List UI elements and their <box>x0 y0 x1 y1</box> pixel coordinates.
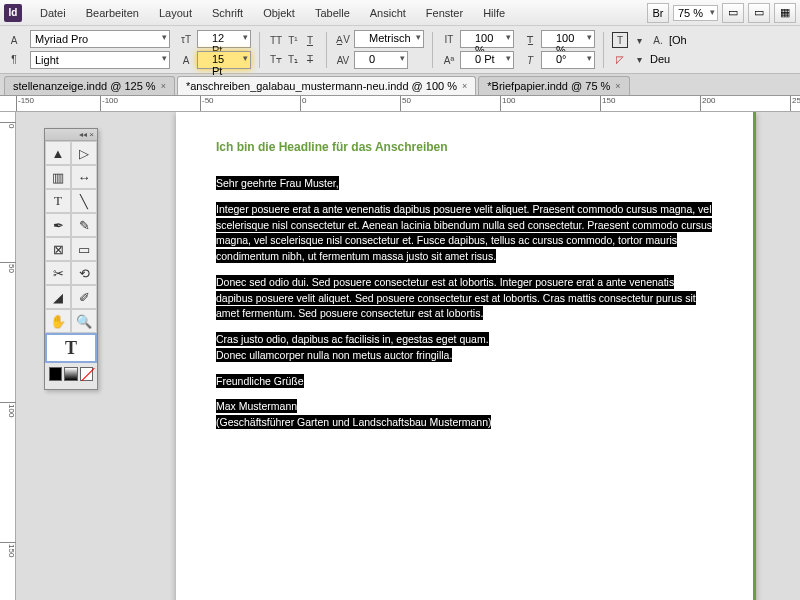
separator <box>432 32 433 68</box>
tab-briefpapier[interactable]: *Briefpapier.indd @ 75 %× <box>478 76 629 95</box>
arrange-icon[interactable]: ▦ <box>774 3 796 23</box>
ruler-tick: 50 <box>0 262 16 273</box>
signature-role[interactable]: (Geschäftsführer Garten und Landschaftsb… <box>216 415 491 429</box>
font-style-select[interactable]: Light <box>30 51 170 69</box>
tab-label: *anschreiben_galabau_mustermann-neu.indd… <box>186 80 457 92</box>
closing[interactable]: Freundliche Grüße <box>216 374 304 388</box>
vscale-icon: IT <box>441 31 457 47</box>
swatch-none[interactable] <box>80 367 93 381</box>
hscale-icon: T̲ <box>522 31 538 47</box>
view-mode-icon[interactable]: ▭ <box>722 3 744 23</box>
document-tabs: stellenanzeige.indd @ 125 %× *anschreibe… <box>0 74 800 96</box>
menu-schrift[interactable]: Schrift <box>202 4 253 22</box>
ruler-horizontal[interactable]: -150 -100 -50 0 50 100 150 200 250 <box>0 96 800 112</box>
menu-datei[interactable]: Datei <box>30 4 76 22</box>
superscript-icon[interactable]: T¹ <box>285 32 301 48</box>
fill-stroke-indicator[interactable]: T <box>45 333 97 363</box>
selection-tool[interactable]: ▲ <box>45 141 71 165</box>
swatch-black[interactable] <box>49 367 62 381</box>
line-tool[interactable]: ╲ <box>71 189 97 213</box>
para-mode-icon[interactable]: ¶ <box>6 51 22 67</box>
paragraph-1[interactable]: Integer posuere erat a ante venenatis da… <box>216 202 712 263</box>
menu-ansicht[interactable]: Ansicht <box>360 4 416 22</box>
transform-tool[interactable]: ⟲ <box>71 261 97 285</box>
ruler-tick: 150 <box>0 542 16 557</box>
allcaps-icon[interactable]: TT <box>268 32 284 48</box>
menu-objekt[interactable]: Objekt <box>253 4 305 22</box>
screen-mode-icon[interactable]: ▭ <box>748 3 770 23</box>
zoom-select[interactable]: 75 % <box>673 5 718 21</box>
vscale-input[interactable]: 100 % <box>460 30 514 48</box>
pencil-tool[interactable]: ✎ <box>71 213 97 237</box>
gradient-tool[interactable]: ◢ <box>45 285 71 309</box>
close-icon[interactable]: × <box>161 81 166 91</box>
separator <box>259 32 260 68</box>
chevron-down-icon[interactable]: ▾ <box>631 51 647 67</box>
page-tool[interactable]: ▥ <box>45 165 71 189</box>
baseline-input[interactable]: 0 Pt <box>460 51 514 69</box>
app-icon: Id <box>4 4 22 22</box>
menu-fenster[interactable]: Fenster <box>416 4 473 22</box>
type-tool[interactable]: T <box>45 189 71 213</box>
hscale-input[interactable]: 100 % <box>541 30 595 48</box>
chevron-down-icon[interactable]: ▾ <box>631 32 647 48</box>
page[interactable]: Ich bin die Headline für das Anschreiben… <box>176 112 756 600</box>
workspace: 0 50 100 150 Ich bin die Headline für da… <box>0 112 800 600</box>
close-icon[interactable]: × <box>615 81 620 91</box>
underline-icon[interactable]: T <box>302 32 318 48</box>
tab-anschreiben[interactable]: *anschreiben_galabau_mustermann-neu.indd… <box>177 76 476 95</box>
headline[interactable]: Ich bin die Headline für das Anschreiben <box>216 140 713 154</box>
swatch-gradient[interactable] <box>64 367 77 381</box>
paragraph-3a[interactable]: Cras justo odio, dapibus ac facilisis in… <box>216 332 489 346</box>
leading-icon: A͏ <box>178 52 194 68</box>
char-mode-icon[interactable]: A <box>6 32 22 48</box>
paragraph-3b[interactable]: Donec ullamcorper nulla non metus auctor… <box>216 348 452 362</box>
skew-input[interactable]: 0° <box>541 51 595 69</box>
canvas[interactable]: Ich bin die Headline für das Anschreiben… <box>16 112 800 600</box>
salutation[interactable]: Sehr geehrte Frau Muster, <box>216 176 339 190</box>
separator <box>603 32 604 68</box>
menu-tabelle[interactable]: Tabelle <box>305 4 360 22</box>
stroke-icon[interactable]: ◸ <box>612 51 628 67</box>
ruler-tick: 250 <box>790 96 800 112</box>
tracking-input[interactable]: 0 <box>354 51 408 69</box>
hand-tool[interactable]: ✋ <box>45 309 71 333</box>
zoom-tool[interactable]: 🔍 <box>71 309 97 333</box>
strike-icon[interactable]: T <box>302 51 318 67</box>
gap-tool[interactable]: ↔ <box>71 165 97 189</box>
ruler-tick: 0 <box>300 96 306 112</box>
paragraph-2[interactable]: Donec sed odio dui. Sed posuere consecte… <box>216 275 696 321</box>
close-icon[interactable]: × <box>462 81 467 91</box>
size-icon: τT <box>178 31 194 47</box>
direct-select-tool[interactable]: ▷ <box>71 141 97 165</box>
kerning-input[interactable]: Metrisch <box>354 30 424 48</box>
pen-tool[interactable]: ✒ <box>45 213 71 237</box>
charstyle-label: [Oh <box>669 34 687 46</box>
toolbox-header[interactable]: ◂◂ × <box>45 129 97 141</box>
tab-label: stellenanzeige.indd @ 125 % <box>13 80 156 92</box>
ruler-tick: -100 <box>100 96 118 112</box>
charstyle-icon[interactable]: A. <box>650 32 666 48</box>
toolbox[interactable]: ◂◂ × ▲ ▷ ▥ ↔ T ╲ ✒ ✎ ⊠ ▭ ✂ ⟲ ◢ ✐ ✋ 🔍 T <box>44 128 98 390</box>
ruler-tick: -50 <box>200 96 214 112</box>
menu-bearbeiten[interactable]: Bearbeiten <box>76 4 149 22</box>
ruler-tick: 200 <box>700 96 715 112</box>
menu-layout[interactable]: Layout <box>149 4 202 22</box>
baseline-icon: Aª <box>441 52 457 68</box>
bridge-icon[interactable]: Br <box>647 3 669 23</box>
subscript-icon[interactable]: T₁ <box>285 51 301 67</box>
menu-hilfe[interactable]: Hilfe <box>473 4 515 22</box>
scissors-tool[interactable]: ✂ <box>45 261 71 285</box>
font-size-input[interactable]: 12 Pt <box>197 30 251 48</box>
rect-frame-tool[interactable]: ⊠ <box>45 237 71 261</box>
signature-name[interactable]: Max Mustermann <box>216 399 297 413</box>
fill-icon[interactable]: T <box>612 32 628 48</box>
leading-input[interactable]: 15 Pt <box>197 51 251 69</box>
eyedropper-tool[interactable]: ✐ <box>71 285 97 309</box>
rect-tool[interactable]: ▭ <box>71 237 97 261</box>
smallcaps-icon[interactable]: Tᴛ <box>268 51 284 67</box>
lang-label: Deu <box>650 53 670 65</box>
tab-stellenanzeige[interactable]: stellenanzeige.indd @ 125 %× <box>4 76 175 95</box>
font-family-select[interactable]: Myriad Pro <box>30 30 170 48</box>
ruler-vertical[interactable]: 0 50 100 150 <box>0 112 16 600</box>
